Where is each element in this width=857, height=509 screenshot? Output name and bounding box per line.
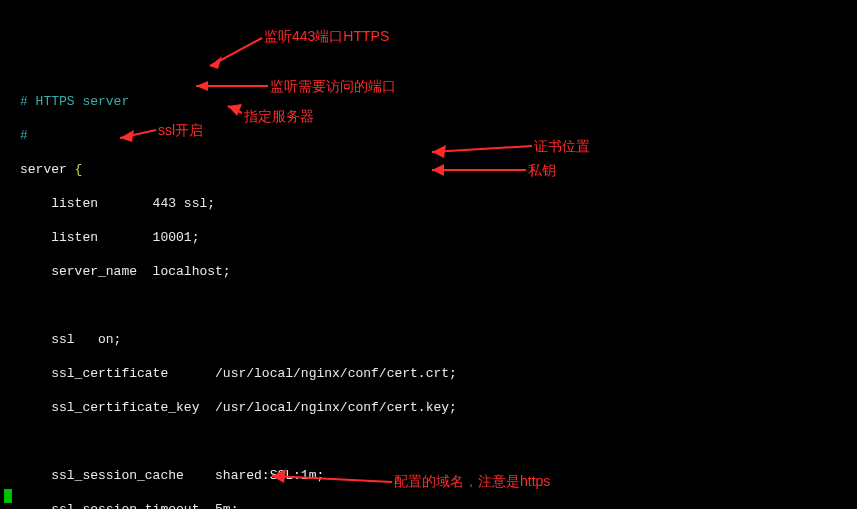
annot-proxy-pass: 配置的域名，注意是https <box>394 473 550 490</box>
cfg-listen-10001: listen 10001; <box>20 230 199 245</box>
comment-line: # <box>20 128 28 143</box>
cursor-caret <box>4 489 12 503</box>
code-block: # HTTPS server # server { listen 443 ssl… <box>20 76 857 509</box>
cfg-listen-443: listen 443 ssl; <box>20 196 215 211</box>
svg-line-0 <box>210 38 262 66</box>
annot-cert: 证书位置 <box>534 138 590 155</box>
cfg-server-name: server_name localhost; <box>20 264 231 279</box>
annot-listen-port: 监听需要访问的端口 <box>270 78 396 95</box>
annot-listen-443: 监听443端口HTTPS <box>264 28 389 45</box>
cfg-ssl-cert: ssl_certificate /usr/local/nginx/conf/ce… <box>20 366 457 381</box>
annot-server-name: 指定服务器 <box>244 108 314 125</box>
cfg-ssl-session-cache: ssl_session_cache shared:SSL:1m; <box>20 468 324 483</box>
annot-key: 私钥 <box>528 162 556 179</box>
annot-ssl-on: ssl开启 <box>158 122 203 139</box>
cfg-ssl-on: ssl on; <box>20 332 121 347</box>
cfg-ssl-session-timeout: ssl_session_timeout 5m; <box>20 502 238 509</box>
cfg-ssl-cert-key: ssl_certificate_key /usr/local/nginx/con… <box>20 400 457 415</box>
comment-line: # HTTPS server <box>20 94 129 109</box>
brace-open: { <box>75 162 83 177</box>
svg-marker-1 <box>210 56 222 69</box>
cfg-server-open: server <box>20 162 75 177</box>
